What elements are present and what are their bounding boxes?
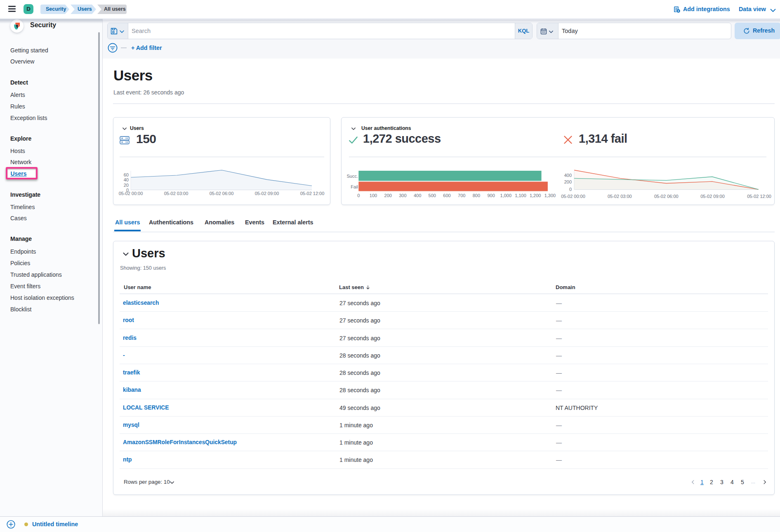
svg-text:1,100: 1,100 [515, 193, 526, 198]
svg-text:05-02 12:00: 05-02 12:00 [747, 194, 771, 199]
svg-text:800: 800 [473, 193, 480, 198]
svg-text:Succ.: Succ. [346, 174, 358, 179]
svg-text:400: 400 [414, 193, 421, 198]
svg-text:700: 700 [458, 193, 465, 198]
svg-text:20: 20 [124, 183, 129, 188]
svg-text:05-02 09:00: 05-02 09:00 [700, 194, 725, 199]
svg-text:400: 400 [564, 173, 572, 178]
svg-text:600: 600 [443, 193, 450, 198]
svg-text:100: 100 [370, 193, 377, 198]
svg-text:200: 200 [564, 179, 572, 184]
svg-text:05-02 06:00: 05-02 06:00 [654, 194, 679, 199]
svg-text:300: 300 [399, 193, 406, 198]
svg-text:0: 0 [569, 187, 572, 192]
svg-text:1,300: 1,300 [544, 193, 556, 198]
svg-text:1,200: 1,200 [530, 193, 541, 198]
svg-text:40: 40 [124, 177, 129, 182]
svg-text:500: 500 [429, 193, 436, 198]
svg-text:05-02 03:00: 05-02 03:00 [164, 191, 189, 196]
svg-text:05-02 12:00: 05-02 12:00 [300, 191, 325, 196]
svg-text:05-02 09:00: 05-02 09:00 [255, 191, 279, 196]
svg-text:0: 0 [357, 193, 360, 198]
svg-text:05-02 00:00: 05-02 00:00 [561, 194, 585, 199]
svg-text:60: 60 [124, 172, 129, 177]
svg-text:200: 200 [384, 193, 392, 198]
svg-text:05-02 06:00: 05-02 06:00 [210, 191, 234, 196]
svg-text:05-02 00:00: 05-02 00:00 [119, 191, 143, 196]
svg-text:Fail: Fail [351, 184, 358, 189]
svg-text:900: 900 [487, 193, 495, 198]
svg-text:1,000: 1,000 [500, 193, 512, 198]
svg-text:05-02 03:00: 05-02 03:00 [608, 194, 632, 199]
